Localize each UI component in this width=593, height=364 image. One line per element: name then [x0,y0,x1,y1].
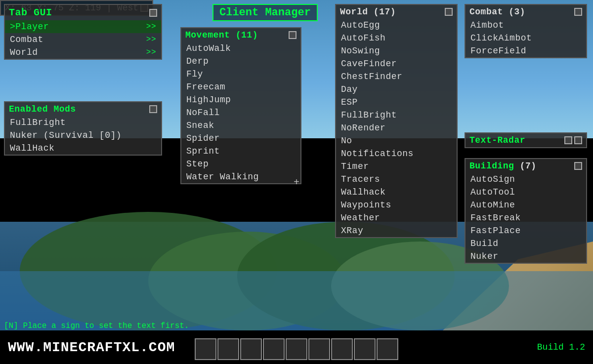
tab-gui-title: Tab GUI [9,7,52,18]
building-build[interactable]: Build [466,237,586,250]
movement-title-text: Movement [185,30,230,40]
enabled-mods-title: Enabled Mods [9,104,76,114]
bottom-bar: WWW.MINECRAFTXL.COM Build 1.2 [0,330,593,364]
world-autoegg[interactable]: AutoEgg [336,19,457,32]
tab-player-item[interactable]: >Player >> [5,20,161,33]
mod-wallhack[interactable]: WallHack [5,142,161,155]
world-label: World [10,47,38,57]
world-esp[interactable]: ESP [336,96,457,109]
building-title-text: Building [469,161,514,171]
movement-spider[interactable]: Spider [181,132,300,145]
building-fastbreak[interactable]: FastBreak [466,211,586,224]
movement-derp[interactable]: Derp [181,55,300,68]
combat-clickaimbot[interactable]: ClickAimbot [466,32,586,44]
hotbar-slot-5[interactable] [286,338,307,360]
combat-header: Combat (3) [466,5,586,19]
hotbar-slot-7[interactable] [331,338,353,360]
world-header: World (17) [336,5,457,19]
building-fastplace[interactable]: FastPlace [466,224,586,237]
hotbar-slot-2[interactable] [217,338,239,360]
world-noswing[interactable]: NoSwing [336,44,457,57]
world-timer[interactable]: Timer [336,160,457,173]
mod-nuker[interactable]: Nuker (Survival [0]) [5,129,161,142]
combat-title-text: Combat [469,7,503,17]
world-tracers[interactable]: Tracers [336,173,457,186]
player-label: >Player [10,22,49,32]
movement-title: Movement (11) [185,30,258,40]
world-weather[interactable]: Weather [336,211,457,224]
client-manager-label: Client Manager [212,4,318,21]
notification-text: [N] Place a sign to set the text first. [4,322,189,330]
world-no[interactable]: No [336,134,457,147]
world-autofish[interactable]: AutoFish [336,32,457,44]
tab-combat-item[interactable]: Combat >> [5,33,161,46]
movement-fly[interactable]: Fly [181,68,300,81]
hotbar-slot-8[interactable] [354,338,376,360]
combat-checkbox[interactable] [574,8,582,16]
world-chestfinder[interactable]: ChestFinder [336,70,457,83]
combat-count: (3) [508,7,525,17]
text-radar-panel: Text-Radar [465,132,587,148]
hotbar-slot-4[interactable] [263,338,285,360]
hotbar-slot-9[interactable] [377,338,398,360]
movement-sneak[interactable]: Sneak [181,119,300,132]
enabled-mods-header: Enabled Mods [5,102,161,116]
mod-wallhack-label: WallHack [10,143,54,153]
building-automine[interactable]: AutoMine [466,199,586,211]
movement-step[interactable]: Step [181,158,300,170]
enabled-mods-checkbox[interactable] [149,105,157,113]
building-title-full: Building (7) [469,161,537,171]
world-title-text: World [340,7,368,17]
tab-gui-checkbox[interactable] [149,9,157,17]
movement-header: Movement (11) [181,28,300,42]
world-cavefinder[interactable]: CaveFinder [336,57,457,70]
movement-nofall[interactable]: NoFall [181,106,300,119]
movement-waterwalking[interactable]: Water Walking [181,170,300,183]
text-radar-checkboxes [564,136,582,144]
movement-checkbox[interactable] [289,31,296,39]
text-radar-title: Text-Radar [469,135,525,145]
combat-panel: Combat (3) Aimbot ClickAimbot ForceField [465,4,587,58]
mod-fullbright[interactable]: FullBright [5,116,161,129]
world-panel: World (17) AutoEgg AutoFish NoSwing Cave… [335,4,458,238]
mod-nuker-label: Nuker (Survival [0]) [10,130,122,140]
building-header: Building (7) [466,159,586,173]
hotbar-slot-1[interactable] [195,338,216,360]
enabled-mods-panel: Enabled Mods FullBright Nuker (Survival … [4,101,162,156]
world-day[interactable]: Day [336,83,457,96]
combat-aimbot[interactable]: Aimbot [466,19,586,32]
world-wallhack[interactable]: Wallhack [336,186,457,199]
movement-freecam[interactable]: Freecam [181,81,300,93]
movement-autowalk[interactable]: AutoWalk [181,42,300,55]
combat-label: Combat [10,35,43,44]
building-autotool[interactable]: AutoTool [466,186,586,199]
world-norender[interactable]: NoRender [336,121,457,134]
notification-bar: [N] Place a sign to set the text first. [4,322,189,330]
movement-panel: Movement (11) AutoWalk Derp Fly Freecam … [180,27,301,184]
player-arrow: >> [146,22,156,31]
hotbar-slot-3[interactable] [240,338,262,360]
world-waypoints[interactable]: Waypoints [336,199,457,211]
world-xray[interactable]: XRay [336,224,457,237]
hotbar-slot-6[interactable] [308,338,330,360]
ui-overlay: + Tab GUI >Player >> Combat >> World >> … [0,0,593,364]
world-count: (17) [374,7,396,17]
movement-count: (11) [236,30,258,40]
combat-forcefield[interactable]: ForceField [466,44,586,57]
building-panel: Building (7) AutoSign AutoTool AutoMine … [465,158,587,264]
movement-highjump[interactable]: HighJump [181,93,300,106]
tab-world-item[interactable]: World >> [5,46,161,59]
movement-sprint[interactable]: Sprint [181,145,300,158]
world-checkbox[interactable] [445,8,453,16]
build-version-label: Build 1.2 [537,342,585,352]
text-radar-header: Text-Radar [466,133,586,147]
world-notifications[interactable]: Notifications [336,147,457,160]
text-radar-checkbox2[interactable] [574,136,582,144]
building-nuker[interactable]: Nuker [466,250,586,263]
world-fullbright[interactable]: FullBright [336,109,457,121]
building-checkbox[interactable] [574,162,582,170]
building-autosign[interactable]: AutoSign [466,173,586,186]
hotbar [195,338,398,360]
world-title-full: World (17) [340,7,396,17]
text-radar-checkbox1[interactable] [564,136,572,144]
